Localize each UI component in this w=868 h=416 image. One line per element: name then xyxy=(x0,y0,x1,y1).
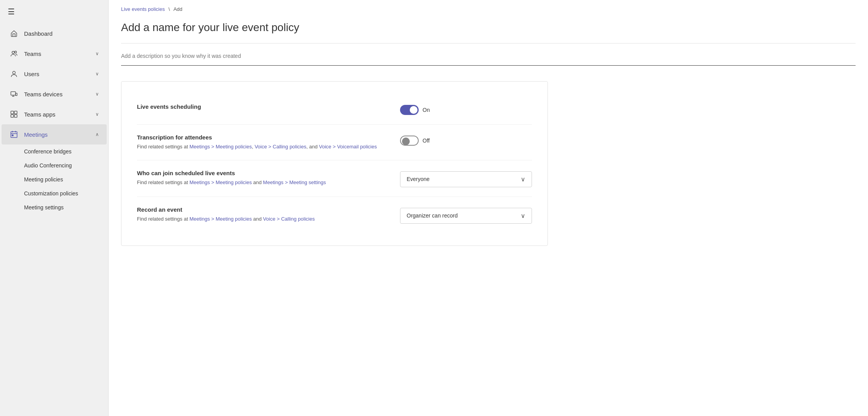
link-voice-voicemail-policies[interactable]: Voice > Voicemail policies xyxy=(319,144,377,150)
chevron-down-icon: ∨ xyxy=(521,212,525,219)
setting-desc: Find related settings at Meetings > Meet… xyxy=(137,143,385,151)
chevron-down-icon: ∨ xyxy=(95,91,99,97)
toggle-label-off: Off xyxy=(423,138,430,144)
toggle-container: Off xyxy=(400,136,430,146)
svg-rect-9 xyxy=(11,132,17,138)
sidebar-item-label: Teams apps xyxy=(24,111,95,118)
settings-section: Live events scheduling On Transcription … xyxy=(121,81,548,246)
description-divider xyxy=(121,65,856,66)
svg-point-0 xyxy=(12,51,14,54)
setting-title: Live events scheduling xyxy=(137,103,385,110)
sub-item-label: Audio Conferencing xyxy=(24,162,72,169)
setting-info: Live events scheduling xyxy=(137,103,400,112)
chevron-up-icon: ∧ xyxy=(95,132,99,137)
svg-rect-4 xyxy=(16,93,17,96)
setting-control: Off xyxy=(400,134,532,146)
apps-icon xyxy=(9,110,19,119)
sidebar-item-label: Teams devices xyxy=(24,91,95,97)
teams-icon xyxy=(9,49,19,58)
sidebar-item-label: Dashboard xyxy=(24,30,99,37)
sidebar-item-dashboard[interactable]: Dashboard xyxy=(2,23,107,44)
setting-control: Organizer can record ∨ xyxy=(400,206,532,224)
record-event-dropdown[interactable]: Organizer can record ∨ xyxy=(400,208,532,224)
svg-rect-8 xyxy=(14,115,17,117)
main-content: Live events policies \ Add Add a name fo… xyxy=(109,0,868,416)
breadcrumb-current: Add xyxy=(173,6,182,12)
breadcrumb-link[interactable]: Live events policies xyxy=(121,6,165,12)
sidebar-sub-item-conference-bridges[interactable]: Conference bridges xyxy=(2,144,107,158)
link-voice-calling-policies[interactable]: Voice > Calling policies xyxy=(255,144,306,150)
svg-rect-10 xyxy=(12,135,13,136)
home-icon xyxy=(9,29,19,38)
svg-rect-7 xyxy=(11,115,14,117)
sidebar-item-users[interactable]: Users ∨ xyxy=(2,64,107,84)
breadcrumb-separator: \ xyxy=(168,6,170,12)
title-divider xyxy=(121,43,856,44)
dropdown-value: Everyone xyxy=(407,176,430,182)
users-icon xyxy=(9,69,19,78)
chevron-down-icon: ∨ xyxy=(95,51,99,56)
setting-info: Who can join scheduled live events Find … xyxy=(137,170,400,186)
setting-title: Record an event xyxy=(137,206,385,213)
svg-point-1 xyxy=(15,51,17,53)
link-meetings-meeting-policies-3[interactable]: Meetings > Meeting policies xyxy=(189,216,252,222)
setting-row-who-can-join: Who can join scheduled live events Find … xyxy=(137,160,532,197)
setting-control: Everyone ∨ xyxy=(400,170,532,187)
link-meetings-meeting-settings[interactable]: Meetings > Meeting settings xyxy=(263,179,326,185)
dropdown-value: Organizer can record xyxy=(407,212,458,219)
setting-info: Record an event Find related settings at… xyxy=(137,206,400,223)
live-events-scheduling-toggle[interactable] xyxy=(400,105,419,115)
toggle-thumb xyxy=(402,138,410,145)
sub-item-label: Meeting settings xyxy=(24,204,64,211)
meetings-icon xyxy=(9,130,19,139)
setting-row-transcription: Transcription for attendees Find related… xyxy=(137,125,532,160)
sidebar: ☰ Dashboard Teams ∨ xyxy=(0,0,109,416)
devices-icon xyxy=(9,89,19,99)
sidebar-item-teams-devices[interactable]: Teams devices ∨ xyxy=(2,84,107,104)
sidebar-sub-item-meeting-policies[interactable]: Meeting policies xyxy=(2,172,107,186)
page-title: Add a name for your live event policy xyxy=(121,21,856,34)
link-meetings-meeting-policies-2[interactable]: Meetings > Meeting policies xyxy=(189,179,252,185)
hamburger-button[interactable]: ☰ xyxy=(0,0,108,23)
svg-rect-3 xyxy=(11,92,16,95)
chevron-down-icon: ∨ xyxy=(95,71,99,77)
breadcrumb: Live events policies \ Add xyxy=(109,0,868,15)
setting-title: Transcription for attendees xyxy=(137,134,385,141)
sidebar-item-teams[interactable]: Teams ∨ xyxy=(2,44,107,64)
sidebar-sub-item-customization-policies[interactable]: Customization policies xyxy=(2,186,107,200)
transcription-toggle[interactable] xyxy=(400,136,419,146)
sidebar-item-label: Teams xyxy=(24,50,95,57)
sidebar-item-meetings[interactable]: Meetings ∧ xyxy=(2,124,107,144)
setting-desc: Find related settings at Meetings > Meet… xyxy=(137,215,385,223)
setting-title: Who can join scheduled live events xyxy=(137,170,385,176)
setting-desc: Find related settings at Meetings > Meet… xyxy=(137,179,385,186)
description-input[interactable] xyxy=(121,50,856,62)
setting-info: Transcription for attendees Find related… xyxy=(137,134,400,151)
who-can-join-dropdown[interactable]: Everyone ∨ xyxy=(400,171,532,187)
toggle-thumb xyxy=(410,106,418,114)
sidebar-sub-item-meeting-settings[interactable]: Meeting settings xyxy=(2,200,107,214)
toggle-label-on: On xyxy=(423,107,430,113)
sub-item-label: Customization policies xyxy=(24,190,78,197)
setting-row-live-events-scheduling: Live events scheduling On xyxy=(137,94,532,125)
sidebar-item-teams-apps[interactable]: Teams apps ∨ xyxy=(2,104,107,124)
link-meetings-meeting-policies[interactable]: Meetings > Meeting policies xyxy=(189,144,252,150)
link-voice-calling-policies-2[interactable]: Voice > Calling policies xyxy=(263,216,315,222)
setting-row-record-event: Record an event Find related settings at… xyxy=(137,197,532,233)
sidebar-item-label: Users xyxy=(24,71,95,77)
sidebar-item-label: Meetings xyxy=(24,131,95,138)
sidebar-sub-item-audio-conferencing[interactable]: Audio Conferencing xyxy=(2,158,107,172)
sub-item-label: Meeting policies xyxy=(24,176,63,183)
chevron-down-icon: ∨ xyxy=(521,176,525,183)
svg-rect-6 xyxy=(14,111,17,114)
sub-item-label: Conference bridges xyxy=(24,148,71,155)
svg-point-2 xyxy=(13,71,16,74)
content-area: Add a name for your live event policy Li… xyxy=(109,15,868,261)
svg-rect-5 xyxy=(11,111,14,114)
chevron-down-icon: ∨ xyxy=(95,111,99,117)
toggle-container: On xyxy=(400,105,430,115)
setting-control: On xyxy=(400,103,532,115)
